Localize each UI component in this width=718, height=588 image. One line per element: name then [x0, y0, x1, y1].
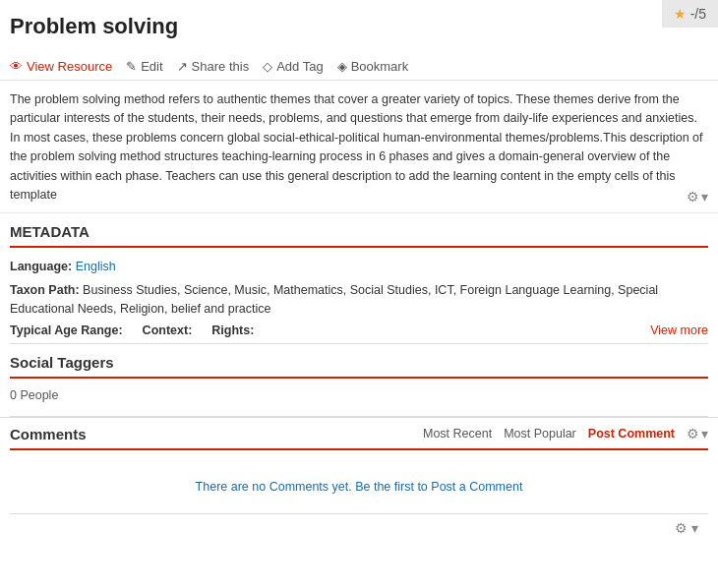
context-label: Context:: [143, 323, 193, 337]
edit-label: Edit: [141, 59, 162, 74]
comments-header: Comments Most Recent Most Popular Post C…: [10, 426, 708, 450]
taxon-label: Taxon Path:: [10, 283, 80, 297]
most-recent-button[interactable]: Most Recent: [423, 427, 492, 441]
bottom-gear-chevron: ▾: [691, 520, 698, 536]
comments-actions: Most Recent Most Popular Post Comment ⚙ …: [423, 426, 708, 441]
comments-gear-chevron: ▾: [701, 426, 708, 441]
meta-fields-row: Typical Age Range: Context: Rights: View…: [10, 323, 708, 337]
language-value: English: [76, 260, 116, 273]
comments-gear-button[interactable]: ⚙ ▾: [687, 426, 708, 441]
gear-chevron-icon: ▾: [701, 189, 708, 205]
description-text: The problem solving method refers to aut…: [10, 90, 708, 205]
metadata-section-title: METADATA: [10, 223, 708, 248]
action-bar: 👁 View Resource ✎ Edit ↗ Share this ◇ Ad…: [0, 53, 718, 81]
pencil-icon: ✎: [126, 59, 137, 74]
no-comments-notice: There are no Comments yet. Be the first …: [10, 450, 708, 514]
bottom-gear-button[interactable]: ⚙ ▾: [675, 520, 698, 536]
share-icon: ↗: [177, 59, 188, 74]
context-field: Context:: [143, 323, 193, 337]
comments-title: Comments: [10, 426, 87, 442]
page-wrapper: ★ -/5 Problem solving 👁 View Resource ✎ …: [0, 0, 718, 588]
taxon-row: Taxon Path: Business Studies, Science, M…: [10, 281, 708, 319]
rights-label: Rights:: [211, 323, 254, 337]
metadata-section: METADATA Language: English Taxon Path: B…: [0, 213, 718, 342]
bottom-gear-icon: ⚙: [675, 520, 688, 536]
language-label: Language:: [10, 260, 72, 273]
description-gear-button[interactable]: ⚙ ▾: [687, 189, 708, 205]
share-link[interactable]: ↗ Share this: [177, 59, 250, 74]
rating-value: -/5: [690, 6, 706, 22]
comments-gear-icon: ⚙: [687, 426, 699, 441]
taxon-value: Business Studies, Science, Music, Mathem…: [10, 283, 658, 316]
social-taggers-title: Social Taggers: [10, 354, 708, 379]
social-taggers-section: Social Taggers 0 People: [0, 344, 718, 416]
age-range-field: Typical Age Range:: [10, 323, 123, 337]
meta-fields-left: Typical Age Range: Context: Rights:: [10, 323, 254, 337]
post-comment-button[interactable]: Post Comment: [588, 427, 675, 441]
add-tag-label: Add Tag: [276, 59, 323, 74]
language-row: Language: English: [10, 258, 708, 276]
share-label: Share this: [192, 59, 250, 74]
people-count: 0 People: [10, 388, 708, 402]
gear-icon: ⚙: [687, 189, 699, 205]
rights-field: Rights:: [211, 323, 254, 337]
view-resource-link[interactable]: 👁 View Resource: [10, 59, 112, 74]
age-range-label: Typical Age Range:: [10, 323, 123, 337]
tag-icon: ◇: [263, 59, 272, 74]
header-area: ★ -/5 Problem solving: [0, 0, 718, 53]
bookmark-icon: ◈: [337, 59, 347, 74]
rating-box: ★ -/5: [662, 0, 718, 28]
bookmark-link[interactable]: ◈ Bookmark: [337, 59, 409, 74]
page-title: Problem solving: [10, 14, 708, 39]
add-tag-link[interactable]: ◇ Add Tag: [263, 59, 323, 74]
view-resource-label: View Resource: [27, 59, 112, 74]
description-area: The problem solving method refers to aut…: [0, 81, 718, 213]
eye-icon: 👁: [10, 59, 23, 74]
bottom-gear-area: ⚙ ▾: [10, 514, 708, 542]
most-popular-button[interactable]: Most Popular: [504, 427, 576, 441]
star-icon: ★: [674, 6, 687, 22]
bookmark-label: Bookmark: [351, 59, 409, 74]
edit-link[interactable]: ✎ Edit: [126, 59, 162, 74]
comments-section: Comments Most Recent Most Popular Post C…: [0, 417, 718, 552]
view-more-link[interactable]: View more: [650, 323, 708, 337]
